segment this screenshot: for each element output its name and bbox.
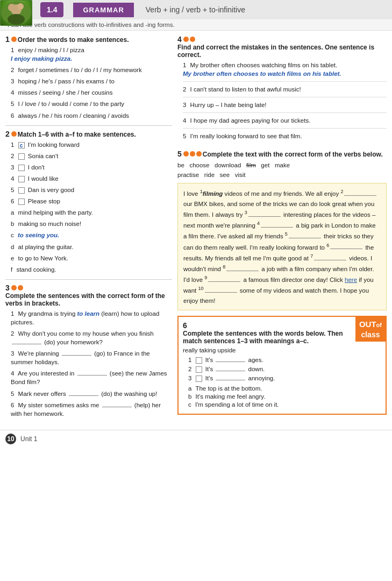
- ex3-num: 3: [5, 284, 10, 292]
- left-column: 1 Order the words to make sentences. 1 e…: [5, 35, 172, 423]
- ex3-blank-6[interactable]: [102, 407, 132, 407]
- exercise-2: 2 Match 1–6 with a–f to make sentences. …: [5, 130, 172, 274]
- ex4-dot2: [190, 37, 195, 42]
- list-item: c I'm spending a lot of time on it.: [188, 401, 381, 408]
- ex3-answer-1: to learn: [77, 310, 100, 317]
- list-item: a The top is at the bottom.: [188, 385, 381, 392]
- ex1-title: Order the words to make sentences.: [18, 36, 129, 44]
- list-item: 4 I would like: [11, 174, 172, 183]
- passage-blank-7[interactable]: [314, 260, 346, 260]
- ex1-answer-1: I enjoy making pizza.: [11, 55, 72, 62]
- ex5-dot3: [196, 151, 202, 157]
- list-item: 6 always / he / his room / cleaning / av…: [11, 111, 172, 120]
- right-column: 4 Find and correct the mistakes in the s…: [177, 35, 387, 423]
- list-item: 5 I'm really looking forward to see that…: [183, 132, 387, 144]
- list-item: 2 It's down.: [188, 366, 381, 373]
- ex3-blank-5[interactable]: [69, 395, 98, 396]
- ex2-dot: [11, 131, 17, 137]
- checkbox-2[interactable]: [18, 153, 25, 160]
- ex1-list: 1 enjoy / making / I / pizza I enjoy mak…: [5, 46, 172, 120]
- checkbox-1[interactable]: c: [18, 142, 25, 148]
- ex3-blank-3[interactable]: [62, 355, 91, 356]
- list-item: c to seeing you.: [11, 231, 172, 239]
- list-item: 6 Please stop: [11, 197, 172, 206]
- ex4-correction-1: My brother often chooses to watch films …: [183, 70, 341, 77]
- ex3-title: Complete the sentences with the correct …: [5, 292, 172, 307]
- ex3-blank-4[interactable]: [77, 375, 107, 375]
- header-avatar: [0, 0, 32, 26]
- list-item: 1 My grandma is trying to learn (learn) …: [11, 309, 172, 327]
- checkbox-3[interactable]: [18, 165, 25, 171]
- s6-checkbox-3[interactable]: [196, 375, 202, 382]
- list-item: 3 I don't: [11, 163, 172, 172]
- list-item: 2 forget / sometimes / to / do / I / my …: [11, 66, 172, 74]
- list-item: 3 Hurry up – I hate being late!: [183, 101, 387, 113]
- passage-blank-4[interactable]: [261, 227, 293, 228]
- list-item: 4 Are you interested in (see) the new Ja…: [11, 369, 172, 386]
- ex4-title: Find and correct the mistakes in the sen…: [177, 44, 387, 59]
- page-number: 10: [5, 434, 16, 444]
- ex6-list: 1 It's ages. 2 It's down. 3 It's annoyin…: [183, 357, 381, 382]
- ex1-num: 1: [5, 35, 10, 44]
- exercise-3: 3 Complete the sentences with the correc…: [5, 284, 172, 418]
- ex3-dot2: [18, 285, 23, 290]
- list-item: a mind helping with the party.: [11, 208, 172, 217]
- exercise-1: 1 Order the words to make sentences. 1 e…: [5, 35, 172, 120]
- passage-blank-10[interactable]: [205, 292, 237, 293]
- ex2-match-list: 1 c I'm looking forward 2 Sonia can't 3 …: [5, 140, 172, 206]
- list-item: 1 It's ages.: [188, 357, 381, 364]
- passage-answer-1: filming: [203, 190, 223, 197]
- list-item: 3 It's annoying.: [188, 375, 381, 382]
- list-item: 3 hoping / he's / pass / his exams / to: [11, 77, 172, 86]
- list-item: 2 I can't stand to listen to that awful …: [183, 85, 387, 97]
- ex6-title: Complete the sentences with the words be…: [183, 330, 344, 345]
- unit-badge: 1.4: [40, 2, 63, 17]
- list-item: 3 We're planning (go) to France in the s…: [11, 349, 172, 366]
- list-item: b making so much noise!: [11, 219, 172, 228]
- ex2-title: Match 1–6 with a–f to make sentences.: [18, 131, 136, 138]
- ex5-num: 5: [177, 150, 182, 158]
- s6-blank-3[interactable]: [216, 380, 245, 380]
- list-item: 4 I hope my dad agrees paying for our ti…: [183, 116, 387, 129]
- passage-blank-8[interactable]: [226, 271, 259, 271]
- list-item: 1 My brother often chooses watching film…: [183, 61, 387, 82]
- s6-blank-1[interactable]: [216, 362, 245, 362]
- list-item: 6 My sister sometimes asks me (help) her…: [11, 401, 172, 418]
- list-item: 1 c I'm looking forward: [11, 140, 172, 149]
- ex6-meanings-list: a The top is at the bottom. b It's makin…: [183, 385, 381, 408]
- passage-blank-2[interactable]: [344, 195, 376, 196]
- list-item: e to go to New York.: [11, 254, 172, 263]
- s6-blank-2[interactable]: [216, 371, 245, 371]
- exercise-4: 4 Find and correct the mistakes in the s…: [177, 35, 387, 144]
- checkbox-5[interactable]: [18, 187, 25, 194]
- svg-point-3: [8, 4, 16, 11]
- ex2-options-list: a mind helping with the party. b making …: [5, 208, 172, 274]
- option-c: to seeing you.: [18, 232, 59, 238]
- list-item: b It's making me feel angry.: [188, 393, 381, 400]
- exercise-6: OUTof class 6 Complete the sentences wit…: [177, 316, 387, 415]
- s6-checkbox-1[interactable]: [196, 357, 202, 364]
- section-label: GRAMMAR: [73, 3, 133, 17]
- passage-blank-3[interactable]: [248, 216, 281, 217]
- exercise-5: 5 Complete the text with the correct for…: [177, 150, 387, 311]
- ex4-dot1: [183, 37, 189, 42]
- ex1-dot: [11, 37, 17, 42]
- ex5-passage: I love 1filming videos of me and my frie…: [177, 183, 387, 310]
- ex4-num: 4: [177, 35, 182, 44]
- passage-blank-6[interactable]: [330, 249, 362, 249]
- checkbox-6[interactable]: [18, 199, 25, 205]
- learning-objective: I can use verb constructions with to-inf…: [0, 19, 392, 31]
- page-footer: 10 Unit 1: [0, 430, 392, 448]
- list-item: 1 enjoy / making / I / pizza I enjoy mak…: [11, 46, 172, 63]
- strikethrough-word: film: [246, 162, 256, 168]
- passage-blank-5[interactable]: [289, 238, 321, 238]
- ex3-list: 1 My grandma is trying to learn (learn) …: [5, 309, 172, 418]
- s6-checkbox-2[interactable]: [196, 366, 202, 373]
- passage-blank-9[interactable]: [208, 281, 240, 282]
- passage-link[interactable]: here: [345, 277, 357, 283]
- ex3-blank-2[interactable]: [12, 344, 41, 344]
- ex4-list: 1 My brother often chooses watching film…: [177, 61, 387, 144]
- ex2-num: 2: [5, 130, 10, 138]
- svg-point-4: [17, 3, 24, 10]
- checkbox-4[interactable]: [18, 176, 25, 182]
